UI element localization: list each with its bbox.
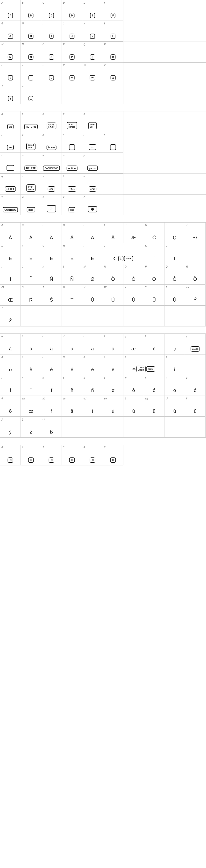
cell-J: JJ bbox=[62, 21, 82, 41]
cell-F: FF bbox=[103, 0, 124, 21]
cell-char-ograve-lc: wò bbox=[124, 375, 144, 396]
cell-char-itilde-uc: JĨ bbox=[21, 264, 41, 285]
cell-char-ograve-uc: NÒ bbox=[103, 264, 124, 285]
cell-return: bRETURN bbox=[21, 112, 41, 132]
cell-Z: ZZ bbox=[21, 83, 41, 104]
cell-char-imacr-lc: rī bbox=[21, 375, 41, 396]
cell-B: BB bbox=[21, 0, 41, 21]
cell-char-ucirc-uc: ZÛ bbox=[165, 285, 185, 305]
cell-char-otilde-lc: õõ bbox=[0, 396, 21, 416]
cell-char-oslash-uc: MØ bbox=[82, 264, 103, 285]
cell-char-otilde-uc: RÕ bbox=[185, 264, 206, 285]
cell-char-uuml-uc: YÜ bbox=[144, 285, 165, 305]
cell-char-ugrave-uc: VÙ bbox=[82, 285, 103, 305]
cell-empty-r5c8 bbox=[144, 306, 165, 326]
cell-empty-r5c6 bbox=[103, 306, 124, 326]
cell-char-yacute-lc: ýý bbox=[0, 417, 21, 437]
cell-empty-lr5c4 bbox=[62, 417, 82, 437]
row-g-l: GG HH II JJ KK LL bbox=[0, 21, 206, 41]
cell-char-emacr-lc: oē bbox=[103, 354, 124, 375]
cell-pagedown: rpagedown bbox=[21, 174, 41, 194]
cell-alt: aalt bbox=[0, 112, 21, 132]
ext-upper-row5: ŽŽ bbox=[0, 305, 206, 326]
cell-char-ccaron-uc: HČ bbox=[144, 222, 165, 243]
cell-control: vCONTROL bbox=[0, 194, 21, 215]
cell-bottom-0: 0⌘ bbox=[0, 445, 21, 465]
cell-char-acirc-uc: CÂ bbox=[41, 222, 62, 243]
cell-char-egrave-uc: EÈ bbox=[0, 243, 21, 264]
cell-bottom-2: 2⌘ bbox=[41, 445, 62, 465]
ext-lower-row1: aà bá câ dã eä fā gæ hč iç jclear bbox=[0, 334, 206, 354]
cell-char-zcaron-uc: ŽŽ bbox=[0, 306, 21, 326]
cell-tab: tTAB bbox=[62, 174, 82, 194]
cell-Q: QQ bbox=[82, 42, 103, 62]
cell-char-ccaron-lc: hč bbox=[144, 334, 165, 354]
cell-char-racute-lc: bbŕ bbox=[41, 396, 62, 416]
cell-char-scaron-lc: ccš bbox=[62, 396, 82, 416]
cell-char-agrave-lc: aà bbox=[0, 334, 21, 354]
cell-char-ecirc-lc: mê bbox=[62, 354, 82, 375]
cell-char-igrave-uc: KÌ bbox=[144, 243, 165, 264]
cell-bottom-4: 4⌘ bbox=[82, 445, 103, 465]
cell-char-eth-lc: ðð bbox=[0, 354, 21, 375]
cell-char-auml-uc: EÄ bbox=[82, 222, 103, 243]
cell-H: HH bbox=[21, 21, 41, 41]
cell-cmd: x⌘ bbox=[41, 194, 62, 215]
cell-empty-y5 bbox=[82, 83, 103, 104]
cell-char-ouml-uc: PÖ bbox=[144, 264, 165, 285]
divider-1 bbox=[0, 104, 206, 111]
cell-arrowup: i↑ bbox=[62, 132, 82, 153]
cell-empty-y4 bbox=[62, 83, 82, 104]
cell-char-ntilde-lc1: tñ bbox=[62, 375, 82, 396]
cell-empty-lr5c8 bbox=[144, 417, 165, 437]
cell-char-amacr-lc: fā bbox=[103, 334, 124, 354]
cell-apple: z bbox=[82, 194, 103, 215]
cell-char-ubreve-lc: hhŭ bbox=[165, 396, 185, 416]
cell-P: PP bbox=[62, 42, 82, 62]
cell-char-zacute-lc: jjź bbox=[21, 417, 41, 437]
ext-lower-row3: íí rī sĩ tñ uñ vø wò xó yö zô bbox=[0, 375, 206, 396]
cell-char-atilde-lc: dã bbox=[62, 334, 82, 354]
cell-empty-q6 bbox=[103, 174, 124, 194]
cell-empty-r5c2 bbox=[21, 306, 41, 326]
cell-char-aacute-uc: BÁ bbox=[21, 222, 41, 243]
special-row-a: aalt bRETURN cCAPSLOCK dprintscreen epag… bbox=[0, 111, 206, 132]
cell-char-tbar-lc: ddŧ bbox=[82, 396, 103, 416]
cell-empty-r5c4 bbox=[62, 306, 82, 326]
cell-L: LL bbox=[103, 21, 124, 41]
cell-N: NN bbox=[21, 42, 41, 62]
cell-V: VV bbox=[62, 63, 82, 83]
cell-char-oacute-lc: xó bbox=[144, 375, 165, 396]
cell-char-iacute-uc: LÍ bbox=[165, 243, 185, 264]
cell-char-igrave-lc: qì bbox=[165, 354, 185, 375]
cell-empty-a6 bbox=[103, 112, 124, 132]
cell-char-umacr-uc: XŪ bbox=[124, 285, 144, 305]
cell-capslock: cCAPSLOCK bbox=[41, 112, 62, 132]
cell-E: EE bbox=[82, 0, 103, 21]
cell-empty-lr5c7 bbox=[124, 417, 144, 437]
cell-esc: sesc bbox=[41, 174, 62, 194]
cell-char-oslash-lc: vø bbox=[103, 375, 124, 396]
cell-delete: mDELETE bbox=[21, 153, 41, 174]
cell-G: GG bbox=[0, 21, 21, 41]
cell-char-aelig-uc: GÆ bbox=[124, 222, 144, 243]
cell-del: ydel bbox=[62, 194, 82, 215]
cell-char-ebreve-uc: IĔ bbox=[82, 243, 103, 264]
cell-char-ccedil-lc: iç bbox=[165, 334, 185, 354]
cell-char-uacute-lc: ffú bbox=[124, 396, 144, 416]
cell-char-oacute-uc: OÓ bbox=[124, 264, 144, 285]
cell-empty-lr5c5 bbox=[82, 417, 103, 437]
special-row-v: vCONTROL whelp x⌘ ydel z bbox=[0, 194, 206, 215]
cell-char-amacr-uc: FĀ bbox=[103, 222, 124, 243]
cell-ins: fins bbox=[0, 132, 21, 153]
ext-upper-row1: AÀ BÁ CÂ DÃ EÄ FĀ GÆ HČ IÇ JÐ bbox=[0, 222, 206, 243]
cell-empty-r5c10 bbox=[185, 306, 206, 326]
cell-K: KK bbox=[82, 21, 103, 41]
cell-pageup: epageup bbox=[82, 112, 103, 132]
cell-char-yacute-uc: aaÝ bbox=[185, 285, 206, 305]
row-s-x: SS TT UU VV WW XX bbox=[0, 62, 206, 83]
cell-help: whelp bbox=[21, 194, 41, 215]
cell-char-acirc-lc: câ bbox=[41, 334, 62, 354]
cell-empty-lr2c10 bbox=[185, 354, 206, 375]
row-y-z: YY ZZ bbox=[0, 83, 206, 104]
